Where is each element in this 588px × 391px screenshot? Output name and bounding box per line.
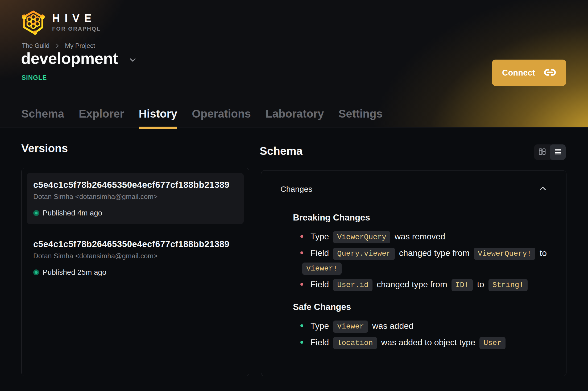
bullet-icon xyxy=(300,341,303,344)
breadcrumb: The Guild My Project xyxy=(22,42,95,49)
changes-collapse-row[interactable]: Changes xyxy=(280,184,547,194)
version-status-label: Published 4m ago xyxy=(43,209,102,217)
tab-explorer[interactable]: Explorer xyxy=(79,107,124,129)
change-text: Type xyxy=(310,321,331,331)
version-hash: c5e4c1c5f78b26465350e4ecf677cf188bb21389 xyxy=(33,180,237,190)
change-text: to xyxy=(537,248,547,258)
breadcrumb-project[interactable]: My Project xyxy=(65,42,95,49)
change-text: Field xyxy=(310,280,331,289)
change-text: changed type from xyxy=(374,280,450,289)
change-item: Field User.id changed type from ID! to S… xyxy=(300,277,547,292)
tab-operations[interactable]: Operations xyxy=(192,107,251,129)
tab-schema[interactable]: Schema xyxy=(21,107,64,129)
bullet-icon xyxy=(300,235,303,238)
change-text: was added to object type xyxy=(379,338,478,347)
project-header: HIVE FOR GRAPHQL The Guild My Project de… xyxy=(0,0,588,127)
green-dot-icon xyxy=(33,210,39,216)
list-view-button[interactable] xyxy=(550,144,566,160)
version-item[interactable]: c5e4c1c5f78b26465350e4ecf677cf188bb21389… xyxy=(27,173,244,224)
tab-settings[interactable]: Settings xyxy=(338,107,383,129)
breadcrumb-org[interactable]: The Guild xyxy=(22,42,49,49)
chevron-down-icon[interactable] xyxy=(129,56,137,64)
code-chip: Query.viewer xyxy=(333,248,395,260)
tab-laboratory[interactable]: Laboratory xyxy=(266,107,324,129)
view-toggle xyxy=(534,144,566,160)
code-chip: String! xyxy=(488,279,528,291)
code-chip: ViewerQuery xyxy=(333,231,390,243)
changes-label: Changes xyxy=(280,185,312,194)
change-text: to xyxy=(475,280,486,289)
safe-change-list: Type Viewer was addedField location was … xyxy=(300,318,547,350)
honeycomb-icon xyxy=(27,15,39,29)
version-status: Published 4m ago xyxy=(33,209,237,217)
version-author: Dotan Simha <dotansimha@gmail.com> xyxy=(33,193,237,201)
status-badge: SINGLE xyxy=(22,74,47,81)
code-chip: ViewerQuery! xyxy=(474,248,536,260)
link-icon xyxy=(544,66,556,80)
app-page: HIVE FOR GRAPHQL The Guild My Project de… xyxy=(0,0,588,391)
columns-view-button[interactable] xyxy=(534,144,550,160)
chevron-right-icon xyxy=(54,43,60,49)
version-status-label: Published 25m ago xyxy=(43,268,106,277)
version-status: Published 25m ago xyxy=(33,268,237,277)
change-text: Field xyxy=(310,248,331,258)
version-item[interactable]: c5e4c1c5f78b26465350e4ecf677cf188bb21389… xyxy=(27,232,244,284)
change-text: changed type from xyxy=(397,248,472,258)
logo-text: HIVE FOR GRAPHQL xyxy=(52,13,101,31)
code-chip: User.id xyxy=(333,279,372,291)
page-title: development xyxy=(21,51,118,66)
code-chip: ID! xyxy=(452,279,473,291)
bullet-icon xyxy=(300,324,303,327)
connect-button-label: Connect xyxy=(502,68,535,78)
brand-name: HIVE xyxy=(52,13,101,23)
list-icon xyxy=(554,148,562,157)
target-title-row: development xyxy=(21,51,137,66)
version-hash: c5e4c1c5f78b26465350e4ecf677cf188bb21389 xyxy=(33,239,237,249)
bullet-icon xyxy=(300,283,303,286)
change-text: was removed xyxy=(392,232,445,241)
section-title-safe: Safe Changes xyxy=(293,302,547,312)
green-dot-icon xyxy=(33,269,39,275)
code-chip: User xyxy=(479,337,505,349)
connect-button[interactable]: Connect xyxy=(492,60,566,86)
version-author: Dotan Simha <dotansimha@gmail.com> xyxy=(33,252,237,260)
code-chip: Viewer xyxy=(333,321,368,333)
change-item: Field Query.viewer changed type from Vie… xyxy=(300,246,547,275)
changes-sections: Breaking ChangesType ViewerQuery was rem… xyxy=(280,213,547,350)
hive-logo[interactable]: HIVE FOR GRAPHQL xyxy=(21,9,101,35)
change-item: Type ViewerQuery was removed xyxy=(300,229,547,244)
brand-tagline: FOR GRAPHQL xyxy=(52,26,101,31)
change-item: Type Viewer was added xyxy=(300,318,547,333)
code-chip: Viewer! xyxy=(302,263,342,275)
tabs: SchemaExplorerHistoryOperationsLaborator… xyxy=(21,107,383,129)
columns-icon xyxy=(538,148,546,157)
schema-changes-panel: Changes Breaking ChangesType ViewerQuery… xyxy=(261,170,566,376)
chevron-up-icon xyxy=(539,184,547,194)
change-text: Type xyxy=(310,232,331,241)
change-text: was added xyxy=(370,321,413,331)
change-item: Field location was added to object type … xyxy=(300,335,547,350)
bullet-icon xyxy=(300,251,303,254)
hive-hexagon-icon xyxy=(21,9,45,35)
versions-panel: c5e4c1c5f78b26465350e4ecf677cf188bb21389… xyxy=(21,168,249,376)
section-title-breaking: Breaking Changes xyxy=(293,213,547,223)
breaking-change-list: Type ViewerQuery was removedField Query.… xyxy=(300,229,547,292)
code-chip: location xyxy=(333,337,377,349)
tab-history[interactable]: History xyxy=(139,107,177,129)
change-text: Field xyxy=(310,338,331,347)
versions-heading: Versions xyxy=(21,142,68,155)
schema-heading: Schema xyxy=(260,145,303,157)
